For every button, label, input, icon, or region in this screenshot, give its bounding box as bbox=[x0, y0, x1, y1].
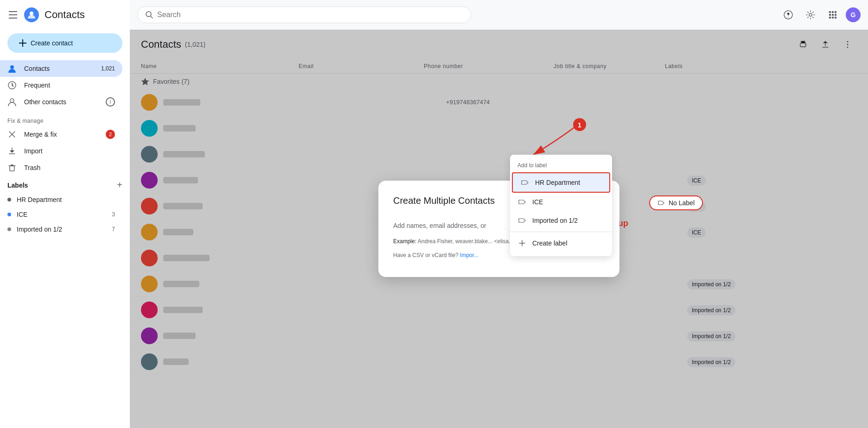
create-label-text: Create label bbox=[532, 239, 568, 247]
help-icon bbox=[783, 10, 793, 20]
main-area: G Contacts (1,021) Name Email bbox=[130, 0, 868, 428]
topbar-actions: G bbox=[779, 6, 861, 24]
sidebar-item-imported[interactable]: Imported on 1/2 7 bbox=[0, 222, 122, 237]
svg-rect-9 bbox=[829, 11, 831, 13]
avatar[interactable]: G bbox=[846, 7, 861, 22]
create-label-item[interactable]: Create label bbox=[510, 234, 612, 252]
dropdown-divider bbox=[510, 232, 612, 232]
content-area: Contacts (1,021) Name Email Phone number… bbox=[130, 30, 868, 428]
label-icon bbox=[657, 199, 665, 207]
sidebar-item-trash[interactable]: Trash bbox=[0, 159, 122, 176]
hamburger-icon[interactable] bbox=[7, 9, 19, 20]
sidebar-item-ice[interactable]: ICE 3 bbox=[0, 207, 122, 222]
label-dot-imported bbox=[7, 227, 11, 231]
label-icon-ice bbox=[517, 197, 527, 207]
imported-count: 7 bbox=[112, 226, 115, 233]
imported-label: Imported on 1/2 bbox=[17, 226, 62, 233]
modal-desc-text: Add names, email addresses, or bbox=[393, 222, 486, 229]
hr-department-option: HR Department bbox=[535, 179, 580, 186]
svg-rect-11 bbox=[835, 11, 836, 13]
contacts-badge: 1,021 bbox=[101, 65, 115, 72]
sidebar-item-other-contacts[interactable]: Other contacts i bbox=[0, 94, 122, 110]
svg-rect-12 bbox=[829, 14, 831, 16]
search-icon bbox=[145, 11, 153, 19]
clock-icon bbox=[7, 81, 17, 90]
add-label-button[interactable]: + bbox=[117, 180, 122, 190]
topbar: G bbox=[130, 0, 868, 30]
plus-icon-dropdown bbox=[517, 239, 527, 248]
app-logo bbox=[24, 7, 39, 22]
sidebar-item-merge-fix[interactable]: Merge & fix 2 bbox=[0, 126, 122, 143]
app-title: Contacts bbox=[45, 9, 85, 21]
svg-rect-15 bbox=[829, 17, 831, 19]
frequent-label: Frequent bbox=[24, 82, 50, 89]
person-outline-icon bbox=[7, 97, 17, 107]
svg-point-8 bbox=[809, 13, 812, 16]
add-to-label-dropdown: Add to label HR Department ICE bbox=[510, 155, 612, 256]
apps-button[interactable] bbox=[823, 6, 842, 24]
dropdown-item-imported[interactable]: Imported on 1/2 bbox=[510, 211, 612, 230]
ice-label: ICE bbox=[17, 211, 27, 218]
dropdown-item-ice[interactable]: ICE bbox=[510, 193, 612, 211]
svg-rect-13 bbox=[832, 14, 834, 16]
import-link[interactable]: Impor... bbox=[460, 252, 479, 258]
settings-button[interactable] bbox=[801, 6, 820, 24]
settings-icon bbox=[805, 10, 816, 20]
svg-rect-17 bbox=[835, 17, 836, 19]
svg-point-5 bbox=[146, 12, 151, 17]
create-contact-button[interactable]: Create contact bbox=[7, 33, 122, 53]
info-icon[interactable]: i bbox=[106, 97, 115, 107]
help-button[interactable] bbox=[779, 6, 798, 24]
sidebar-header: Contacts bbox=[0, 4, 130, 26]
svg-point-7 bbox=[788, 17, 789, 18]
svg-rect-14 bbox=[835, 14, 836, 16]
create-contact-label: Create contact bbox=[31, 39, 73, 47]
svg-rect-10 bbox=[832, 11, 834, 13]
svg-point-0 bbox=[30, 12, 33, 15]
fix-manage-section: Fix & manage bbox=[0, 110, 130, 126]
hr-department-label: HR Department bbox=[17, 196, 62, 203]
svg-point-1 bbox=[10, 65, 14, 69]
example-label: Example: bbox=[393, 238, 416, 245]
trash-icon bbox=[7, 163, 17, 172]
search-input[interactable] bbox=[157, 11, 463, 19]
svg-text:1: 1 bbox=[578, 121, 581, 129]
sidebar: Contacts Create contact Contacts 1,021 F… bbox=[0, 0, 130, 428]
sidebar-item-hr-department[interactable]: HR Department bbox=[0, 192, 122, 207]
dropdown-item-hr-department[interactable]: HR Department bbox=[512, 172, 610, 193]
merge-fix-label: Merge & fix bbox=[24, 131, 57, 138]
csv-text: Have a CSV or vCard file? bbox=[393, 252, 459, 258]
apps-icon bbox=[828, 10, 838, 20]
label-icon-hr bbox=[520, 178, 530, 187]
merge-icon bbox=[7, 130, 17, 139]
search-bar[interactable] bbox=[137, 6, 471, 23]
sidebar-item-import[interactable]: Import bbox=[0, 143, 122, 159]
other-contacts-label: Other contacts bbox=[24, 98, 66, 106]
no-label-text: No Label bbox=[669, 199, 695, 207]
plus-icon bbox=[19, 39, 27, 47]
download-icon bbox=[7, 146, 17, 156]
import-label: Import bbox=[24, 147, 43, 155]
modal-overlay: Create Multiple Contacts No Label Add na… bbox=[130, 30, 868, 428]
sidebar-item-frequent[interactable]: Frequent bbox=[0, 77, 122, 94]
labels-title: Labels bbox=[7, 182, 28, 189]
dropdown-section-label: Add to label bbox=[510, 158, 612, 172]
modal-title: Create Multiple Contacts bbox=[393, 195, 495, 206]
ice-count: 3 bbox=[112, 211, 115, 218]
svg-point-24 bbox=[573, 118, 586, 131]
svg-rect-16 bbox=[832, 17, 834, 19]
sidebar-item-contacts[interactable]: Contacts 1,021 bbox=[0, 60, 122, 77]
svg-rect-4 bbox=[10, 166, 14, 171]
imported-option: Imported on 1/2 bbox=[532, 217, 578, 224]
svg-point-3 bbox=[10, 99, 14, 102]
label-icon-imported bbox=[517, 216, 527, 225]
label-dot-hr bbox=[7, 198, 11, 201]
label-dot-ice bbox=[7, 213, 11, 216]
trash-label: Trash bbox=[24, 164, 40, 171]
ice-option: ICE bbox=[532, 198, 543, 206]
no-label-button[interactable]: No Label bbox=[649, 195, 703, 210]
person-icon bbox=[7, 64, 17, 73]
contacts-label: Contacts bbox=[24, 65, 50, 72]
merge-badge: 2 bbox=[106, 130, 115, 139]
labels-header: Labels + bbox=[0, 176, 130, 192]
